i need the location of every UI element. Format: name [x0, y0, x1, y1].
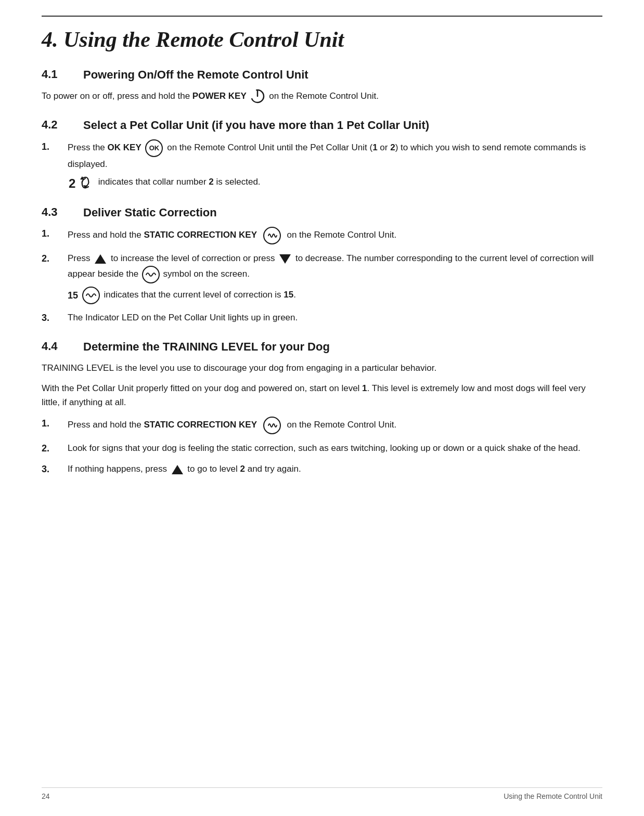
section-4-3-header: 4.3 Deliver Static Correction: [42, 205, 602, 221]
wave-icon-1: [262, 226, 282, 245]
triangle-down-icon: [279, 254, 291, 264]
wave-symbol-badge: [142, 266, 160, 283]
list-content: Press to increase the level of correctio…: [68, 251, 602, 304]
section-4-2-header: 4.2 Select a Pet Collar Unit (if you hav…: [42, 118, 602, 133]
list-content: Press and hold the STATIC CORRECTION KEY…: [68, 416, 602, 435]
power-key-label: POWER KEY: [192, 91, 247, 101]
list-num: 1.: [42, 416, 68, 431]
list-content: The Indicator LED on the Pet Collar Unit…: [68, 310, 602, 325]
list-content: Press the OK KEY OK on the Remote Contro…: [68, 139, 602, 191]
list-content: Press and hold the STATIC CORRECTION KEY…: [68, 226, 602, 245]
correction-level-value: 15: [284, 290, 293, 300]
section-4-4-number: 4.4: [42, 340, 83, 353]
static-key-label-2: STATIC CORRECTION KEY: [144, 420, 257, 430]
level-indicator-sub: 15 indicates that the current level of c…: [68, 287, 602, 304]
collar-num-1: 1: [372, 143, 377, 152]
section-4-4-body1: TRAINING LEVEL is the level you use to d…: [42, 361, 602, 375]
list-item: 3. If nothing happens, press to go to le…: [42, 462, 602, 477]
static-key-label-1: STATIC CORRECTION KEY: [144, 230, 257, 240]
list-content: Look for signs that your dog is feeling …: [68, 441, 602, 455]
footer-chapter-label: Using the Remote Control Unit: [504, 792, 602, 800]
triangle-up-icon-2: [172, 465, 183, 474]
wave-icon-2: [262, 416, 282, 435]
wave-level-badge: [82, 287, 100, 304]
section-4-4-list: 1. Press and hold the STATIC CORRECTION …: [42, 416, 602, 477]
list-num: 2.: [42, 441, 68, 456]
list-item: 1. Press and hold the STATIC CORRECTION …: [42, 226, 602, 245]
ok-key-badge: OK: [145, 139, 163, 157]
collar-indicator-sub: 2 indicates that collar number 2 is sele…: [68, 174, 602, 191]
section-4-4-header: 4.4 Determine the TRAINING LEVEL for you…: [42, 340, 602, 355]
list-num: 3.: [42, 310, 68, 326]
collar-number-value: 2: [209, 177, 213, 187]
start-level: 1: [362, 383, 367, 393]
section-4-1-header: 4.1 Powering On/Off the Remote Control U…: [42, 68, 602, 83]
section-4-3-number: 4.3: [42, 205, 83, 219]
page-number: 24: [42, 792, 50, 800]
svg-text:2: 2: [69, 176, 75, 190]
section-4-1-number: 4.1: [42, 68, 83, 81]
list-num: 3.: [42, 462, 68, 477]
chapter-title: 4. Using the Remote Control Unit: [42, 27, 602, 52]
footer: 24 Using the Remote Control Unit: [42, 787, 602, 800]
wave-level-symbol: [85, 291, 97, 300]
next-level: 2: [240, 464, 244, 474]
list-item: 3. The Indicator LED on the Pet Collar U…: [42, 310, 602, 326]
triangle-up-icon: [95, 254, 106, 264]
collar-2-icon: 2: [68, 174, 92, 191]
level-number-display: 15: [68, 290, 78, 300]
list-item: 2. Press to increase the level of correc…: [42, 251, 602, 304]
list-content: If nothing happens, press to go to level…: [68, 462, 602, 476]
section-4-4-body2: With the Pet Collar Unit properly fitted…: [42, 381, 602, 409]
power-icon: [250, 89, 265, 103]
list-item: 1. Press and hold the STATIC CORRECTION …: [42, 416, 602, 435]
list-num: 1.: [42, 226, 68, 241]
section-4-3-list: 1. Press and hold the STATIC CORRECTION …: [42, 226, 602, 325]
list-num: 2.: [42, 251, 68, 266]
list-item: 1. Press the OK KEY OK on the Remote Con…: [42, 139, 602, 191]
list-item: 2. Look for signs that your dog is feeli…: [42, 441, 602, 456]
top-border: [42, 16, 602, 17]
section-4-3-title: Deliver Static Correction: [83, 205, 217, 221]
ok-key-label: OK KEY: [108, 143, 141, 152]
collar-num-2: 2: [390, 143, 395, 152]
list-num: 1.: [42, 139, 68, 154]
section-4-1-title: Powering On/Off the Remote Control Unit: [83, 68, 308, 83]
section-4-2-number: 4.2: [42, 118, 83, 132]
wave-symbol: [145, 270, 157, 279]
section-4-1-body: To power on or off, press and hold the P…: [42, 89, 602, 104]
section-4-2-title: Select a Pet Collar Unit (if you have mo…: [83, 118, 429, 133]
section-4-4-title: Determine the TRAINING LEVEL for your Do…: [83, 340, 330, 355]
section-4-2-list: 1. Press the OK KEY OK on the Remote Con…: [42, 139, 602, 191]
